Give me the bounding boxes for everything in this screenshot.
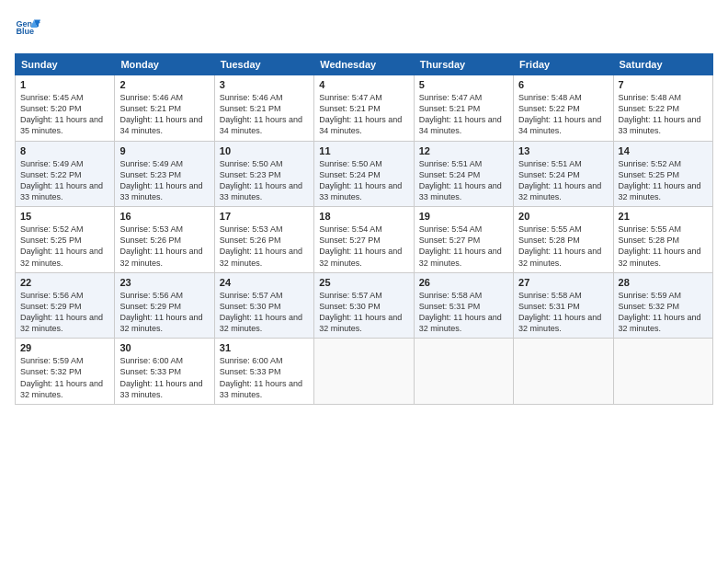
calendar-cell: 22Sunrise: 5:56 AMSunset: 5:29 PMDayligh… — [16, 272, 115, 339]
day-number: 21 — [619, 211, 708, 222]
column-header-thursday: Thursday — [414, 54, 513, 75]
day-info: Sunrise: 5:50 AMSunset: 5:23 PMDaylight:… — [220, 158, 309, 203]
column-header-sunday: Sunday — [16, 54, 115, 75]
day-number: 26 — [419, 277, 508, 288]
day-number: 31 — [220, 342, 309, 353]
day-number: 12 — [419, 145, 508, 156]
day-number: 14 — [619, 145, 708, 156]
day-number: 13 — [518, 145, 608, 156]
calendar-week-row: 29Sunrise: 5:59 AMSunset: 5:32 PMDayligh… — [16, 339, 713, 405]
day-info: Sunrise: 5:56 AMSunset: 5:29 PMDaylight:… — [20, 290, 109, 335]
calendar-cell: 15Sunrise: 5:52 AMSunset: 5:25 PMDayligh… — [16, 207, 115, 273]
calendar-cell: 20Sunrise: 5:55 AMSunset: 5:28 PMDayligh… — [514, 207, 613, 273]
day-info: Sunrise: 5:59 AMSunset: 5:32 PMDaylight:… — [619, 290, 708, 335]
day-number: 11 — [319, 145, 408, 156]
calendar-cell: 24Sunrise: 5:57 AMSunset: 5:30 PMDayligh… — [214, 272, 313, 339]
day-number: 9 — [119, 145, 209, 156]
calendar-cell — [613, 339, 712, 405]
column-header-wednesday: Wednesday — [314, 54, 414, 75]
day-number: 10 — [220, 145, 309, 156]
day-number: 19 — [419, 211, 508, 222]
calendar-week-row: 22Sunrise: 5:56 AMSunset: 5:29 PMDayligh… — [16, 272, 713, 339]
calendar-cell — [514, 339, 613, 405]
day-number: 20 — [518, 211, 608, 222]
calendar-week-row: 1Sunrise: 5:45 AMSunset: 5:20 PMDaylight… — [16, 75, 713, 142]
calendar-cell: 14Sunrise: 5:52 AMSunset: 5:25 PMDayligh… — [613, 141, 712, 207]
calendar-cell: 17Sunrise: 5:53 AMSunset: 5:26 PMDayligh… — [214, 207, 313, 273]
column-header-saturday: Saturday — [613, 54, 712, 75]
calendar-cell: 7Sunrise: 5:48 AMSunset: 5:22 PMDaylight… — [613, 75, 712, 142]
calendar-cell: 18Sunrise: 5:54 AMSunset: 5:27 PMDayligh… — [314, 207, 414, 273]
day-info: Sunrise: 5:53 AMSunset: 5:26 PMDaylight:… — [119, 224, 209, 269]
calendar-header-row: SundayMondayTuesdayWednesdayThursdayFrid… — [16, 54, 713, 75]
day-number: 29 — [20, 342, 109, 353]
day-info: Sunrise: 5:48 AMSunset: 5:22 PMDaylight:… — [518, 92, 608, 137]
day-number: 27 — [518, 277, 608, 288]
calendar-cell: 21Sunrise: 5:55 AMSunset: 5:28 PMDayligh… — [613, 207, 712, 273]
day-number: 16 — [119, 211, 209, 222]
day-info: Sunrise: 5:47 AMSunset: 5:21 PMDaylight:… — [419, 92, 508, 137]
day-number: 28 — [619, 277, 708, 288]
calendar-cell: 3Sunrise: 5:46 AMSunset: 5:21 PMDaylight… — [214, 75, 313, 142]
day-info: Sunrise: 5:59 AMSunset: 5:32 PMDaylight:… — [20, 355, 109, 400]
calendar-week-row: 8Sunrise: 5:49 AMSunset: 5:22 PMDaylight… — [16, 141, 713, 207]
day-info: Sunrise: 5:58 AMSunset: 5:31 PMDaylight:… — [518, 290, 608, 335]
day-info: Sunrise: 5:56 AMSunset: 5:29 PMDaylight:… — [119, 290, 209, 335]
day-info: Sunrise: 6:00 AMSunset: 5:33 PMDaylight:… — [220, 355, 309, 400]
day-info: Sunrise: 5:47 AMSunset: 5:21 PMDaylight:… — [319, 92, 408, 137]
calendar-cell: 6Sunrise: 5:48 AMSunset: 5:22 PMDaylight… — [514, 75, 613, 142]
day-number: 1 — [20, 79, 109, 90]
day-info: Sunrise: 5:55 AMSunset: 5:28 PMDaylight:… — [619, 224, 708, 269]
calendar-cell: 23Sunrise: 5:56 AMSunset: 5:29 PMDayligh… — [115, 272, 214, 339]
day-info: Sunrise: 5:58 AMSunset: 5:31 PMDaylight:… — [419, 290, 508, 335]
column-header-monday: Monday — [115, 54, 214, 75]
day-number: 4 — [319, 79, 408, 90]
day-number: 2 — [119, 79, 209, 90]
calendar-body: 1Sunrise: 5:45 AMSunset: 5:20 PMDaylight… — [16, 75, 713, 405]
calendar-cell: 26Sunrise: 5:58 AMSunset: 5:31 PMDayligh… — [414, 272, 513, 339]
calendar-cell: 5Sunrise: 5:47 AMSunset: 5:21 PMDaylight… — [414, 75, 513, 142]
day-info: Sunrise: 5:55 AMSunset: 5:28 PMDaylight:… — [518, 224, 608, 269]
day-info: Sunrise: 5:49 AMSunset: 5:23 PMDaylight:… — [119, 158, 209, 203]
column-header-friday: Friday — [514, 54, 613, 75]
day-info: Sunrise: 5:57 AMSunset: 5:30 PMDaylight:… — [220, 290, 309, 335]
column-header-tuesday: Tuesday — [214, 54, 313, 75]
day-info: Sunrise: 5:48 AMSunset: 5:22 PMDaylight:… — [619, 92, 708, 137]
calendar-cell — [314, 339, 414, 405]
logo: General Blue — [15, 15, 42, 44]
calendar-cell: 27Sunrise: 5:58 AMSunset: 5:31 PMDayligh… — [514, 272, 613, 339]
day-info: Sunrise: 5:46 AMSunset: 5:21 PMDaylight:… — [220, 92, 309, 137]
day-info: Sunrise: 6:00 AMSunset: 5:33 PMDaylight:… — [119, 355, 209, 400]
calendar-cell: 13Sunrise: 5:51 AMSunset: 5:24 PMDayligh… — [514, 141, 613, 207]
day-number: 25 — [319, 277, 408, 288]
calendar-cell: 9Sunrise: 5:49 AMSunset: 5:23 PMDaylight… — [115, 141, 214, 207]
logo-icon: General Blue — [15, 15, 40, 40]
day-number: 5 — [419, 79, 508, 90]
calendar-cell: 4Sunrise: 5:47 AMSunset: 5:21 PMDaylight… — [314, 75, 414, 142]
calendar-cell: 8Sunrise: 5:49 AMSunset: 5:22 PMDaylight… — [16, 141, 115, 207]
day-info: Sunrise: 5:54 AMSunset: 5:27 PMDaylight:… — [419, 224, 508, 269]
day-number: 17 — [220, 211, 309, 222]
day-info: Sunrise: 5:51 AMSunset: 5:24 PMDaylight:… — [419, 158, 508, 203]
day-info: Sunrise: 5:54 AMSunset: 5:27 PMDaylight:… — [319, 224, 408, 269]
calendar-cell: 11Sunrise: 5:50 AMSunset: 5:24 PMDayligh… — [314, 141, 414, 207]
day-number: 8 — [20, 145, 109, 156]
day-number: 3 — [220, 79, 309, 90]
calendar-table: SundayMondayTuesdayWednesdayThursdayFrid… — [15, 53, 713, 405]
day-number: 18 — [319, 211, 408, 222]
day-info: Sunrise: 5:45 AMSunset: 5:20 PMDaylight:… — [20, 92, 109, 137]
day-info: Sunrise: 5:52 AMSunset: 5:25 PMDaylight:… — [619, 158, 708, 203]
day-info: Sunrise: 5:46 AMSunset: 5:21 PMDaylight:… — [119, 92, 209, 137]
calendar-cell: 28Sunrise: 5:59 AMSunset: 5:32 PMDayligh… — [613, 272, 712, 339]
calendar-cell: 29Sunrise: 5:59 AMSunset: 5:32 PMDayligh… — [16, 339, 115, 405]
day-number: 6 — [518, 79, 608, 90]
calendar-cell: 25Sunrise: 5:57 AMSunset: 5:30 PMDayligh… — [314, 272, 414, 339]
day-number: 7 — [619, 79, 708, 90]
calendar-cell: 1Sunrise: 5:45 AMSunset: 5:20 PMDaylight… — [16, 75, 115, 142]
day-info: Sunrise: 5:49 AMSunset: 5:22 PMDaylight:… — [20, 158, 109, 203]
calendar-cell: 10Sunrise: 5:50 AMSunset: 5:23 PMDayligh… — [214, 141, 313, 207]
calendar-cell: 19Sunrise: 5:54 AMSunset: 5:27 PMDayligh… — [414, 207, 513, 273]
calendar-week-row: 15Sunrise: 5:52 AMSunset: 5:25 PMDayligh… — [16, 207, 713, 273]
calendar-cell: 30Sunrise: 6:00 AMSunset: 5:33 PMDayligh… — [115, 339, 214, 405]
calendar-cell — [414, 339, 513, 405]
